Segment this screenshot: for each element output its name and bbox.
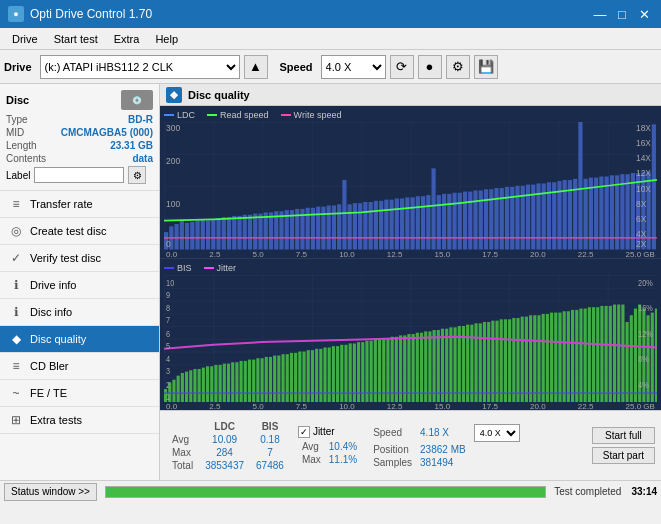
svg-rect-206 <box>571 309 574 402</box>
svg-text:6: 6 <box>166 327 170 338</box>
disc-mid-value: CMCMAGBA5 (000) <box>61 127 153 138</box>
svg-rect-42 <box>379 201 383 250</box>
nav-list: ≡Transfer rate◎Create test disc✓Verify t… <box>0 191 159 434</box>
svg-rect-94 <box>652 124 656 249</box>
bis-total: 67486 <box>250 459 290 472</box>
svg-rect-131 <box>256 358 259 402</box>
svg-text:20%: 20% <box>638 276 653 287</box>
nav-item-extra-tests[interactable]: ⊞Extra tests <box>0 407 159 434</box>
svg-rect-61 <box>479 190 483 249</box>
close-button[interactable]: ✕ <box>635 5 653 23</box>
disc-type-value: BD-R <box>128 114 153 125</box>
nav-item-drive-info[interactable]: ℹDrive info <box>0 272 159 299</box>
svg-text:8X: 8X <box>636 198 646 208</box>
ldc-dot <box>164 114 174 116</box>
app-icon: ● <box>8 6 24 22</box>
svg-rect-119 <box>206 366 209 402</box>
svg-rect-133 <box>265 356 268 402</box>
nav-item-cd-bler[interactable]: ≡CD Bler <box>0 353 159 380</box>
disc-label-input[interactable] <box>34 167 124 183</box>
svg-rect-175 <box>441 328 444 402</box>
svg-rect-80 <box>578 122 582 250</box>
svg-rect-192 <box>512 317 515 402</box>
svg-rect-16 <box>243 215 247 250</box>
settings-button[interactable]: ⚙ <box>446 55 470 79</box>
stats-area: LDC BIS Avg 10.09 0.18 Max 284 7 Total <box>160 410 661 480</box>
svg-rect-50 <box>421 196 425 249</box>
svg-rect-33 <box>332 205 336 249</box>
burn-button[interactable]: ● <box>418 55 442 79</box>
start-part-button[interactable]: Start part <box>592 447 655 464</box>
refresh-button[interactable]: ⟳ <box>390 55 414 79</box>
disc-label-btn[interactable]: ⚙ <box>128 166 146 184</box>
menu-help[interactable]: Help <box>147 31 186 47</box>
nav-item-disc-quality[interactable]: ◆Disc quality <box>0 326 159 353</box>
svg-rect-6 <box>190 222 194 250</box>
svg-text:0: 0 <box>166 239 171 249</box>
minimize-button[interactable]: — <box>591 5 609 23</box>
nav-label-1: Create test disc <box>30 225 106 237</box>
start-full-button[interactable]: Start full <box>592 427 655 444</box>
svg-rect-217 <box>617 304 620 402</box>
status-window-button[interactable]: Status window >> <box>4 483 97 501</box>
svg-rect-210 <box>588 307 591 402</box>
svg-rect-85 <box>605 176 609 249</box>
nav-item-fe--te[interactable]: ~FE / TE <box>0 380 159 407</box>
chart2-x-axis: 0.02.55.07.510.012.515.017.520.022.525.0… <box>164 402 657 410</box>
svg-rect-116 <box>193 368 196 402</box>
bis-avg: 0.18 <box>250 433 290 446</box>
svg-rect-187 <box>491 320 494 402</box>
svg-text:9: 9 <box>166 288 170 299</box>
disc-mid-row: MID CMCMAGBA5 (000) <box>6 127 153 138</box>
status-text: Test completed <box>554 486 621 497</box>
jitter-checkbox[interactable]: ✓ <box>298 426 310 438</box>
content-header-icon: ◆ <box>166 87 182 103</box>
sidebar: Disc 💿 Type BD-R MID CMCMAGBA5 (000) Len… <box>0 84 160 480</box>
eject-button[interactable]: ▲ <box>244 55 268 79</box>
svg-rect-38 <box>358 203 362 249</box>
svg-rect-5 <box>185 223 189 250</box>
svg-rect-35 <box>342 180 346 250</box>
svg-rect-130 <box>252 359 255 402</box>
drive-select[interactable]: (k:) ATAPI iHBS112 2 CLK <box>40 55 240 79</box>
svg-rect-125 <box>231 362 234 402</box>
svg-rect-111 <box>172 379 175 402</box>
svg-rect-178 <box>454 327 457 402</box>
svg-rect-41 <box>374 201 378 250</box>
menu-start-test[interactable]: Start test <box>46 31 106 47</box>
bis-max: 7 <box>250 446 290 459</box>
svg-rect-169 <box>416 332 419 402</box>
speed-dropdown[interactable]: 4.0 X <box>474 424 520 442</box>
nav-item-disc-info[interactable]: ℹDisc info <box>0 299 159 326</box>
svg-rect-146 <box>319 348 322 402</box>
nav-item-verify-test-disc[interactable]: ✓Verify test disc <box>0 245 159 272</box>
svg-rect-215 <box>609 305 612 402</box>
svg-rect-17 <box>248 215 252 250</box>
svg-rect-60 <box>473 190 477 249</box>
svg-rect-64 <box>494 188 498 249</box>
bis-dot <box>164 267 174 269</box>
speed-select[interactable]: 4.0 X <box>321 55 386 79</box>
menu-drive[interactable]: Drive <box>4 31 46 47</box>
svg-rect-121 <box>214 364 217 402</box>
svg-rect-54 <box>442 194 446 250</box>
toolbar: Drive (k:) ATAPI iHBS112 2 CLK ▲ Speed 4… <box>0 50 661 84</box>
write-dot <box>281 114 291 116</box>
start-buttons: Start full Start part <box>592 427 655 464</box>
nav-icon-6: ≡ <box>8 358 24 374</box>
nav-item-transfer-rate[interactable]: ≡Transfer rate <box>0 191 159 218</box>
nav-label-5: Disc quality <box>30 333 86 345</box>
nav-item-create-test-disc[interactable]: ◎Create test disc <box>0 218 159 245</box>
ldc-total: 3853437 <box>199 459 250 472</box>
svg-rect-115 <box>189 370 192 402</box>
svg-rect-46 <box>400 199 404 250</box>
menu-extra[interactable]: Extra <box>106 31 148 47</box>
chart2-section: BIS Jitter <box>160 259 661 411</box>
svg-rect-220 <box>630 315 633 402</box>
ldc-label: LDC <box>177 110 195 120</box>
maximize-button[interactable]: □ <box>613 5 631 23</box>
save-button[interactable]: 💾 <box>474 55 498 79</box>
svg-text:4%: 4% <box>638 378 649 389</box>
svg-rect-171 <box>424 331 427 402</box>
disc-length-label: Length <box>6 140 37 151</box>
